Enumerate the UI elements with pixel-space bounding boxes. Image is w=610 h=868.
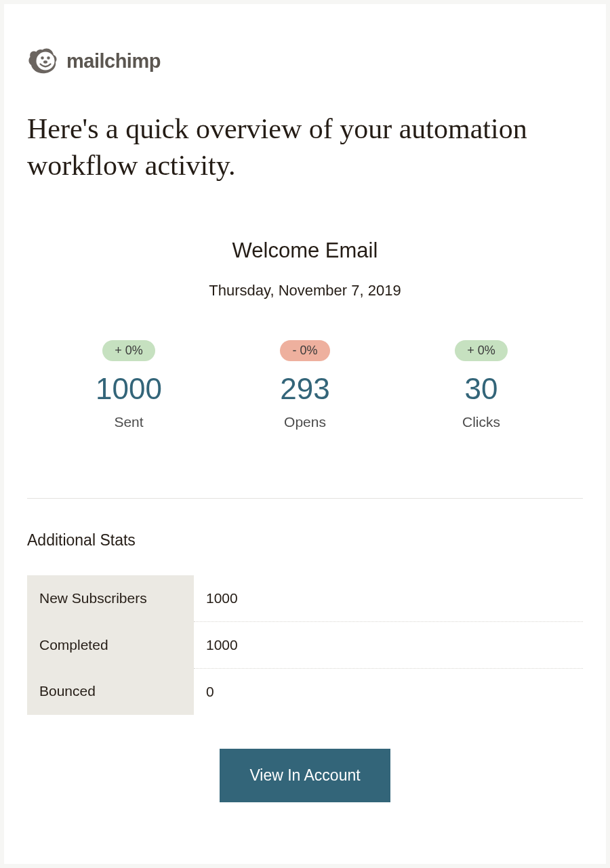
monkey-icon <box>27 45 60 77</box>
metric-clicks-delta-badge: + 0% <box>455 340 508 361</box>
metric-opens-label: Opens <box>284 414 326 430</box>
metric-sent-value: 1000 <box>96 372 162 406</box>
additional-stats-heading: Additional Stats <box>27 531 583 550</box>
brand-wordmark: mailchimp <box>66 50 161 73</box>
cta-wrap: View In Account <box>27 749 583 802</box>
metric-clicks-value: 30 <box>465 372 498 406</box>
table-row: New Subscribers 1000 <box>27 575 583 622</box>
stat-key: Completed <box>27 621 194 668</box>
stat-key: New Subscribers <box>27 575 194 622</box>
metric-opens: - 0% 293 Opens <box>217 340 393 430</box>
svg-point-2 <box>47 56 50 60</box>
stat-key: Bounced <box>27 668 194 715</box>
metric-opens-value: 293 <box>280 372 329 406</box>
stat-value: 1000 <box>194 621 583 668</box>
svg-point-3 <box>43 60 47 64</box>
metric-clicks-label: Clicks <box>462 414 500 430</box>
stat-value: 1000 <box>194 575 583 622</box>
report-card: mailchimp Here's a quick overview of you… <box>4 4 606 864</box>
metric-sent: + 0% 1000 Sent <box>41 340 217 430</box>
metric-opens-delta-badge: - 0% <box>280 340 329 361</box>
metric-sent-label: Sent <box>114 414 143 430</box>
page-title: Here's a quick overview of your automati… <box>27 111 583 184</box>
additional-stats-table: New Subscribers 1000 Completed 1000 Boun… <box>27 575 583 715</box>
section-divider <box>27 498 583 499</box>
campaign-date: Thursday, November 7, 2019 <box>27 282 583 299</box>
metric-clicks: + 0% 30 Clicks <box>393 340 569 430</box>
table-row: Bounced 0 <box>27 668 583 715</box>
metric-sent-delta-badge: + 0% <box>102 340 155 361</box>
metrics-row: + 0% 1000 Sent - 0% 293 Opens + 0% 30 Cl… <box>27 340 583 430</box>
stat-value: 0 <box>194 668 583 715</box>
campaign-title: Welcome Email <box>27 239 583 263</box>
table-row: Completed 1000 <box>27 621 583 668</box>
view-in-account-button[interactable]: View In Account <box>220 749 390 802</box>
brand-logo: mailchimp <box>27 45 583 77</box>
svg-point-1 <box>41 56 44 60</box>
